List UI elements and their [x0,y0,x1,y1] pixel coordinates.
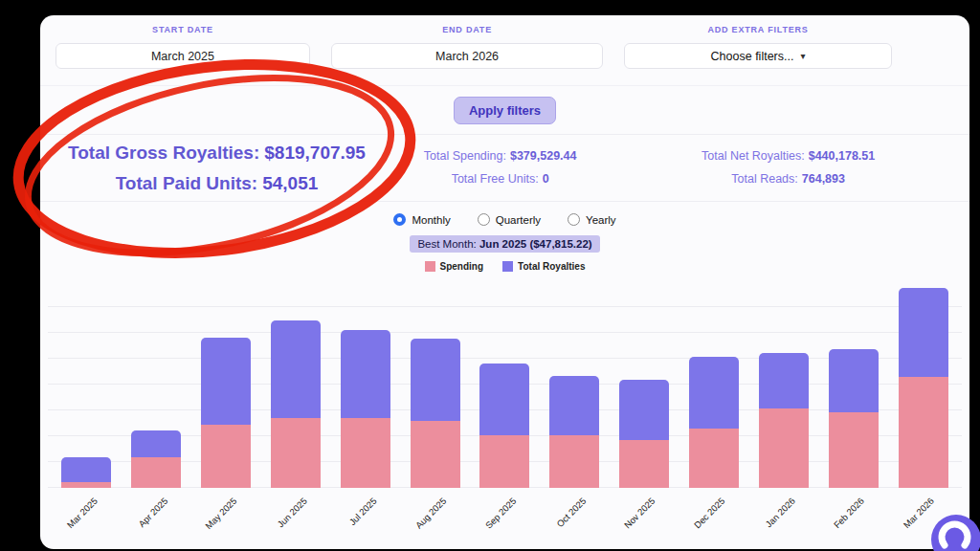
chart-x-labels: Mar 2025Apr 2025May 2025Jun 2025Jul 2025… [48,488,962,541]
royalties-segment[interactable] [549,376,599,435]
net-royalties-stat: Total Net Royalties:$440,178.51 [607,145,969,167]
x-axis-label: Dec 2025 [692,496,727,531]
royalties-segment[interactable] [411,339,460,421]
spending-segment[interactable] [271,418,321,488]
paid-units-stat: Total Paid Units:54,051 [40,168,393,198]
bar-nov-2025[interactable] [610,282,679,488]
apply-filters-button[interactable]: Apply filters [454,97,556,124]
bar-jun-2025[interactable] [261,282,331,488]
x-label-slot: Jul 2025 [330,488,400,541]
total-spending-label: Total Spending: [424,149,506,163]
net-stats-block: Total Net Royalties:$440,178.51 Total Re… [607,145,969,189]
x-axis-label: Mar 2025 [65,496,100,530]
apply-row: Apply filters [40,86,969,134]
bar-sep-2025[interactable] [470,282,540,488]
royalties-segment[interactable] [689,357,739,429]
x-label-slot: Aug 2025 [400,488,470,541]
bar-mar-2025[interactable] [52,282,122,488]
start-date-label: START DATE [152,25,213,34]
radio-option-quarterly[interactable]: Quarterly [478,213,541,226]
period-toggle-group: Monthly Quarterly Yearly [40,213,969,226]
filters-row: START DATE END DATE ADD EXTRA FILTERS Ch… [40,15,969,86]
spending-segment[interactable] [619,440,669,488]
spending-segment[interactable] [899,377,948,488]
best-month-badge: Best Month: Jun 2025 ($47,815.22) [410,235,599,253]
gross-royalties-value: $819,707.95 [264,143,366,163]
radio-quarterly-label: Quarterly [496,214,541,226]
x-label-slot: May 2025 [191,488,261,541]
x-label-slot: Sep 2025 [470,488,540,541]
chat-widget-button[interactable] [931,515,980,551]
spending-segment[interactable] [131,457,181,488]
extra-filters-label: ADD EXTRA FILTERS [707,25,808,34]
royalties-segment[interactable] [479,364,529,435]
royalties-segment[interactable] [201,338,251,425]
free-units-stat: Total Free Units:0 [393,168,607,190]
paid-units-value: 54,051 [262,173,318,193]
paid-units-label: Total Paid Units: [116,173,257,193]
bar-jul-2025[interactable] [330,282,400,488]
spending-segment[interactable] [549,435,599,488]
spending-segment[interactable] [411,421,460,488]
radio-monthly-label: Monthly [412,214,450,226]
spending-segment[interactable] [829,412,879,488]
x-label-slot: Mar 2025 [52,488,122,541]
end-date-input[interactable] [331,43,603,69]
bar-may-2025[interactable] [191,282,261,488]
radio-monthly-icon[interactable] [393,213,406,226]
royalties-segment[interactable] [899,288,948,377]
spending-stats-block: Total Spending:$379,529.44 Total Free Un… [393,145,607,189]
spending-segment[interactable] [201,425,251,488]
chevron-down-icon: ▾ [800,51,805,61]
x-label-slot: Jan 2026 [748,488,818,541]
x-axis-label: Nov 2025 [622,496,657,531]
radio-yearly-label: Yearly [586,214,616,226]
royalties-segment[interactable] [341,330,390,418]
legend-royalties-label: Total Royalties [518,261,585,272]
radio-option-yearly[interactable]: Yearly [568,213,616,226]
spending-segment[interactable] [689,429,739,488]
extra-filters-select[interactable]: Choose filters... ▾ [624,43,892,69]
royalties-segment[interactable] [131,430,181,457]
x-axis-label: Apr 2025 [136,496,169,529]
gross-royalties-stat: Total Gross Royalties:$819,707.95 [40,138,393,167]
bar-jan-2026[interactable] [748,282,818,488]
chart-bars [48,282,962,488]
royalties-segment[interactable] [271,320,321,418]
legend-item-royalties: Total Royalties [502,261,585,272]
stats-row: Total Gross Royalties:$819,707.95 Total … [40,134,969,202]
radio-option-monthly[interactable]: Monthly [393,213,450,226]
x-label-slot: Feb 2026 [818,488,888,541]
x-axis-label: Jan 2026 [763,496,796,529]
bar-feb-2026[interactable] [818,282,888,488]
royalties-segment[interactable] [61,457,111,482]
bar-dec-2025[interactable] [679,282,749,488]
bar-oct-2025[interactable] [540,282,610,488]
gross-royalties-label: Total Gross Royalties: [68,143,259,163]
gross-stats-block: Total Gross Royalties:$819,707.95 Total … [40,138,393,198]
bar-mar-2026[interactable] [888,282,958,488]
x-axis-label: May 2025 [203,496,238,531]
x-axis-label: Oct 2025 [554,496,588,529]
royalties-segment[interactable] [829,349,879,412]
royalties-segment[interactable] [619,380,669,440]
start-date-input[interactable] [56,43,310,69]
x-label-slot: Oct 2025 [540,488,610,541]
x-axis-label: Feb 2026 [832,496,866,530]
radio-yearly-icon[interactable] [568,213,580,226]
spending-segment[interactable] [479,435,529,488]
bar-apr-2025[interactable] [122,282,191,488]
free-units-label: Total Free Units: [452,172,539,186]
spending-segment[interactable] [759,408,809,488]
spending-segment[interactable] [341,418,390,488]
net-royalties-label: Total Net Royalties: [702,149,805,163]
x-label-slot: Jun 2025 [261,488,331,541]
extra-filters-value: Choose filters... [711,50,794,63]
royalties-segment[interactable] [759,353,809,408]
legend-swatch [502,261,513,272]
radio-quarterly-icon[interactable] [478,213,490,226]
total-reads-value: 764,893 [802,172,845,186]
total-reads-label: Total Reads: [731,172,797,186]
bar-aug-2025[interactable] [400,282,470,488]
legend-swatch [425,261,435,272]
